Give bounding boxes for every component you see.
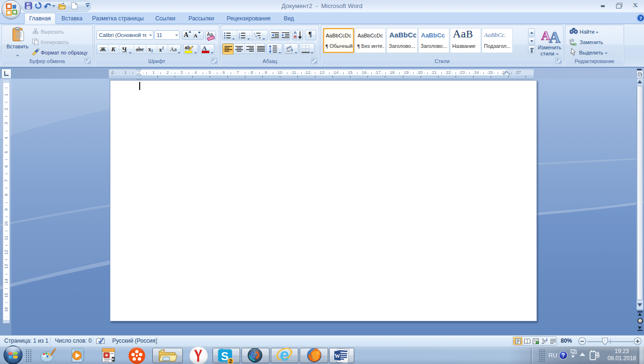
svg-text:3: 3 (239, 36, 240, 39)
svg-text:S: S (221, 350, 228, 363)
svg-text:?: ? (639, 15, 642, 21)
svg-text:e: e (279, 347, 289, 364)
svg-text:2: 2 (229, 358, 232, 364)
svg-text:?: ? (562, 352, 565, 359)
svg-text:i: i (257, 36, 257, 39)
svg-text:W: W (335, 353, 340, 359)
svg-text:A: A (549, 28, 561, 44)
svg-text:ac: ac (572, 42, 577, 46)
